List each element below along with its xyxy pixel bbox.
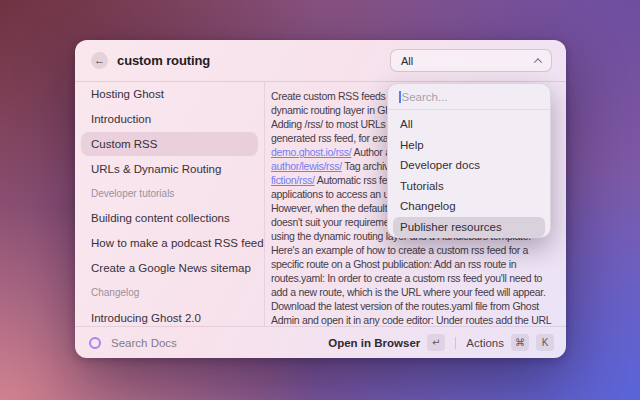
cmd-key-badge: ⌘ bbox=[511, 334, 529, 351]
sidebar-item-label: Create a Google News sitemap bbox=[91, 262, 251, 274]
chevron-up-icon bbox=[534, 58, 542, 66]
filter-option[interactable]: All bbox=[393, 114, 545, 135]
doc-text-segment: Admin and open it in any code editor: Un… bbox=[271, 314, 551, 326]
page-title: custom routing bbox=[117, 53, 210, 68]
sidebar-item[interactable]: Create a Google News sitemap bbox=[81, 256, 258, 281]
doc-line: Admin and open it in any code editor: Un… bbox=[271, 313, 562, 326]
docs-sidebar: Hosting Ghost Introduction Custom RSS UR… bbox=[75, 82, 265, 326]
sidebar-item: Developer tutorials bbox=[81, 181, 258, 206]
footer-divider bbox=[455, 337, 456, 349]
filter-option[interactable]: Tutorials bbox=[393, 176, 545, 197]
filter-option-label: Tutorials bbox=[400, 180, 444, 192]
filter-option-label: Help bbox=[400, 139, 424, 151]
doc-line: routes.yaml: In order to create a custom… bbox=[271, 271, 562, 285]
search-docs-window: ← custom routing All Hosting Ghost Intro… bbox=[75, 40, 566, 358]
filter-option-label: All bbox=[400, 118, 413, 130]
category-filter-dropdown[interactable]: All bbox=[390, 49, 552, 72]
k-key-badge: K bbox=[536, 334, 554, 351]
doc-text-segment: routes.yaml: In order to create a custom… bbox=[271, 272, 542, 284]
sidebar-item[interactable]: Introducing Ghost 2.0 bbox=[81, 305, 258, 326]
footer-actions: Open in Browser ↵ Actions ⌘ K bbox=[328, 334, 554, 351]
sidebar-item[interactable]: URLs & Dynamic Routing bbox=[81, 156, 258, 181]
sidebar-item[interactable]: How to make a podcast RSS feed bbox=[81, 231, 258, 256]
back-arrow-icon: ← bbox=[94, 55, 105, 66]
sidebar-item-label: Custom RSS bbox=[91, 138, 157, 150]
sidebar-item-label: How to make a podcast RSS feed bbox=[91, 237, 264, 249]
filter-selected-value: All bbox=[401, 55, 413, 67]
extension-ring-icon bbox=[89, 337, 101, 349]
doc-link[interactable]: author/lewis/rss/ bbox=[271, 160, 342, 172]
filter-option-list: All Help Developer docs Tutorials Change… bbox=[388, 110, 550, 238]
filter-option-label: Changelog bbox=[400, 200, 456, 212]
sidebar-item[interactable]: Hosting Ghost bbox=[81, 82, 258, 107]
doc-line: add a new route, which is the URL where … bbox=[271, 285, 562, 299]
sidebar-item[interactable]: Introduction bbox=[81, 107, 258, 132]
doc-line: Here's an example of how to create a cus… bbox=[271, 243, 562, 257]
sidebar-item-label: Hosting Ghost bbox=[91, 88, 164, 100]
sidebar-item-label: Building content collections bbox=[91, 212, 230, 224]
doc-line: Download the latest version of the route… bbox=[271, 299, 562, 313]
context-label: Search Docs bbox=[111, 337, 177, 349]
text-caret bbox=[399, 91, 401, 103]
sidebar-item-label: URLs & Dynamic Routing bbox=[91, 163, 221, 175]
filter-option-label: Publisher resources bbox=[400, 221, 502, 233]
filter-option[interactable]: Developer docs bbox=[393, 155, 545, 176]
sidebar-item[interactable]: Building content collections bbox=[81, 206, 258, 231]
window-header: ← custom routing All bbox=[75, 40, 566, 82]
sidebar-item-label: Introducing Ghost 2.0 bbox=[91, 312, 201, 324]
filter-option[interactable]: Publisher resources bbox=[393, 217, 545, 238]
doc-text-segment: add a new route, which is the URL where … bbox=[271, 286, 546, 298]
doc-link[interactable]: demo.ghost.io/rss/ bbox=[271, 146, 351, 158]
window-footer: Search Docs Open in Browser ↵ Actions ⌘ … bbox=[75, 326, 566, 358]
enter-key-badge: ↵ bbox=[427, 334, 445, 351]
search-placeholder: Search... bbox=[402, 91, 448, 103]
doc-link[interactable]: fiction/rss/ bbox=[271, 174, 315, 186]
doc-text-segment: specific route on a Ghost publication: A… bbox=[271, 258, 516, 270]
back-button[interactable]: ← bbox=[91, 52, 108, 69]
sidebar-item-label: Changelog bbox=[91, 287, 139, 298]
filter-option[interactable]: Changelog bbox=[393, 196, 545, 217]
actions-button[interactable]: Actions bbox=[466, 337, 504, 349]
sidebar-item-label: Developer tutorials bbox=[91, 188, 174, 199]
filter-option[interactable]: Help bbox=[393, 135, 545, 156]
doc-line: specific route on a Ghost publication: A… bbox=[271, 257, 562, 271]
sidebar-item: Changelog bbox=[81, 280, 258, 305]
sidebar-item[interactable]: Custom RSS bbox=[81, 132, 258, 157]
doc-text-segment: Here's an example of how to create a cus… bbox=[271, 244, 528, 256]
doc-text-segment: Download the latest version of the route… bbox=[271, 300, 539, 312]
desktop-background: { "colors": { "link": "#7280f0", "ring_i… bbox=[0, 0, 640, 400]
filter-search-input[interactable]: Search... bbox=[388, 84, 550, 110]
sidebar-item-label: Introduction bbox=[91, 113, 151, 125]
filter-option-label: Developer docs bbox=[400, 159, 480, 171]
filter-menu-popover: Search... All Help Developer docs Tutori… bbox=[387, 83, 551, 238]
open-in-browser-button[interactable]: Open in Browser bbox=[328, 337, 420, 349]
